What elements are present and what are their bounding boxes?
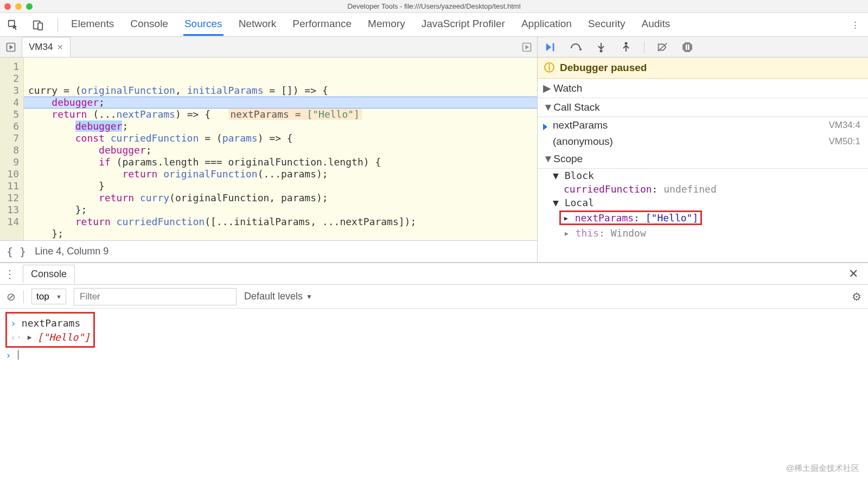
console-settings-icon[interactable]: ⚙ <box>852 290 861 303</box>
tab-overflow-icon[interactable] <box>516 42 537 53</box>
window-titlebar: Developer Tools - file:///Users/yazeed/D… <box>0 0 868 13</box>
tab-audits[interactable]: Audits <box>640 14 671 36</box>
console-output-line: ‹· ▶ ["Hello"] <box>10 330 90 344</box>
watch-section[interactable]: ▶ Watch <box>538 79 868 98</box>
editor-tab-label: VM34 <box>29 42 53 53</box>
source-text[interactable]: curry = (originalFunction, initialParams… <box>24 58 537 240</box>
callstack-section[interactable]: ▼ Call Stack <box>538 98 868 117</box>
svg-point-6 <box>579 48 582 50</box>
tab-performance[interactable]: Performance <box>291 14 353 36</box>
pause-on-exceptions-icon[interactable] <box>680 40 694 54</box>
console-input-text: nextParams <box>22 317 80 329</box>
kebab-menu-icon[interactable]: ⋮ <box>847 17 863 33</box>
callstack-label: Call Stack <box>553 101 600 113</box>
tab-sources[interactable]: Sources <box>183 14 224 36</box>
svg-rect-2 <box>38 23 42 30</box>
editor-tab[interactable]: VM34 ✕ <box>22 37 71 57</box>
tab-console[interactable]: Console <box>129 14 169 36</box>
drawer-menu-icon[interactable]: ⋮ <box>4 267 15 280</box>
inline-hint-value: ["Hello"] <box>307 108 360 120</box>
cursor-position: Line 4, Column 9 <box>35 246 108 257</box>
console-drawer: ⋮ Console ✕ ⊘ top Default levels ▼ ⚙ › n… <box>0 263 868 365</box>
console-output[interactable]: › nextParams ‹· ▶ ["Hello"] › <box>0 309 868 365</box>
console-controls: ⊘ top Default levels ▼ ⚙ <box>0 285 868 309</box>
close-tab-icon[interactable]: ✕ <box>57 43 63 52</box>
prompt-icon: › <box>5 349 11 361</box>
svg-point-7 <box>600 49 603 52</box>
callstack-frame[interactable]: (anonymous) VM50:1 <box>538 133 868 150</box>
run-snippet-icon[interactable] <box>0 42 22 53</box>
svg-rect-10 <box>686 44 687 50</box>
tab-network[interactable]: Network <box>238 14 278 36</box>
close-drawer-icon[interactable]: ✕ <box>843 267 864 281</box>
window-title: Developer Tools - file:///Users/yazeed/D… <box>0 2 868 10</box>
log-levels-dropdown[interactable]: Default levels ▼ <box>244 291 312 302</box>
scope-label: Scope <box>553 153 583 164</box>
console-prompt[interactable]: › <box>5 348 863 362</box>
scope-local-header[interactable]: ▼ Local <box>538 196 868 209</box>
drawer-tab-bar: ⋮ Console ✕ <box>0 263 868 285</box>
sources-panel: VM34 ✕ 1234567891011121314 curry = (orig… <box>0 37 868 263</box>
context-select[interactable]: top <box>31 289 66 304</box>
deactivate-breakpoints-icon[interactable] <box>655 40 669 54</box>
editor-tab-bar: VM34 ✕ <box>0 37 537 58</box>
scope-variable[interactable]: ▸ this: Window <box>538 226 868 240</box>
resume-icon[interactable] <box>544 40 558 54</box>
scope-variable[interactable]: ▸ nextParams: ["Hello"] <box>538 209 868 226</box>
debugger-paused-banner: ⓘ Debugger paused <box>538 58 868 79</box>
inspect-element-icon[interactable] <box>5 17 21 33</box>
log-levels-label: Default levels <box>244 291 303 302</box>
watermark: @稀土掘金技术社区 <box>786 463 859 474</box>
svg-point-8 <box>625 42 628 44</box>
svg-rect-5 <box>553 43 554 51</box>
clear-console-icon[interactable]: ⊘ <box>7 290 16 303</box>
paused-text: Debugger paused <box>560 62 647 74</box>
debugger-toolbar <box>538 37 868 58</box>
prompt-icon: › <box>10 317 16 329</box>
line-gutter: 1234567891011121314 <box>0 58 24 240</box>
frame-location: VM34:4 <box>828 120 860 131</box>
frame-name: nextParams <box>553 119 608 131</box>
scope-variable[interactable]: curriedFunction: undefined <box>538 182 868 196</box>
tab-security[interactable]: Security <box>587 14 627 36</box>
watch-label: Watch <box>553 82 582 94</box>
devtools-toolbar: Elements Console Sources Network Perform… <box>0 13 868 37</box>
scope-block-header[interactable]: ▼ Block <box>538 169 868 182</box>
step-into-icon[interactable] <box>594 40 608 54</box>
tab-jsprofiler[interactable]: JavaScript Profiler <box>420 14 506 36</box>
step-out-icon[interactable] <box>619 40 633 54</box>
code-editor[interactable]: 1234567891011121314 curry = (originalFun… <box>0 58 537 240</box>
frame-location: VM50:1 <box>828 136 860 147</box>
frame-name: (anonymous) <box>553 136 613 148</box>
return-icon: ‹· <box>10 331 22 343</box>
editor-column: VM34 ✕ 1234567891011121314 curry = (orig… <box>0 37 537 262</box>
scope-section[interactable]: ▼ Scope <box>538 150 868 169</box>
console-filter-input[interactable] <box>74 288 237 305</box>
editor-status-bar: { } Line 4, Column 9 <box>0 240 537 262</box>
inline-hint-key: nextParams <box>231 108 289 120</box>
tab-memory[interactable]: Memory <box>367 14 406 36</box>
tab-application[interactable]: Application <box>520 14 573 36</box>
expand-icon[interactable]: ▶ <box>28 333 32 341</box>
tab-elements[interactable]: Elements <box>70 14 115 36</box>
drawer-tab-console[interactable]: Console <box>23 265 75 283</box>
console-output-text: ["Hello"] <box>37 331 91 343</box>
panel-tabs: Elements Console Sources Network Perform… <box>70 14 671 36</box>
device-toggle-icon[interactable] <box>30 17 46 33</box>
svg-rect-11 <box>688 44 690 50</box>
console-input-line: › nextParams <box>10 316 90 330</box>
callstack-frame[interactable]: nextParams VM34:4 <box>538 117 868 133</box>
cursor <box>18 350 18 360</box>
step-over-icon[interactable] <box>569 40 583 54</box>
info-icon: ⓘ <box>544 61 554 75</box>
debugger-column: ⓘ Debugger paused ▶ Watch ▼ Call Stack n… <box>537 37 868 262</box>
context-selector[interactable]: top <box>31 289 66 304</box>
pretty-print-icon[interactable]: { } <box>7 245 26 258</box>
